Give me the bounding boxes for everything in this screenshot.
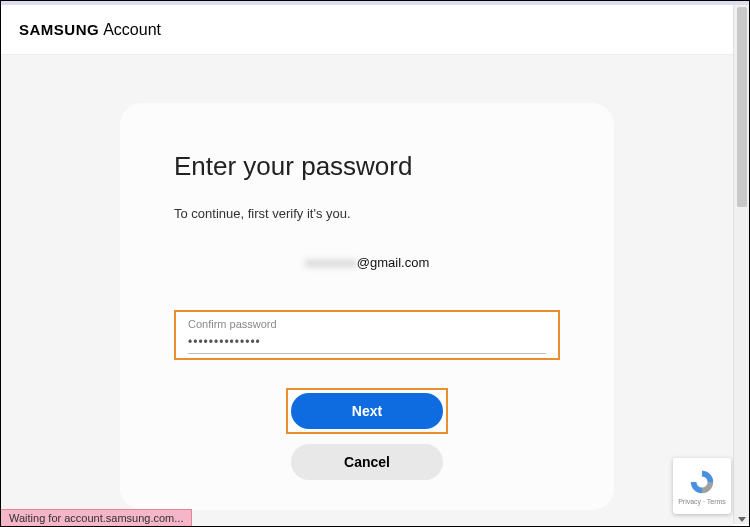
browser-status-bar: Waiting for account.samsung.com... [1, 509, 192, 526]
password-card: Enter your password To continue, first v… [120, 103, 614, 510]
scrollbar-down-arrow-icon[interactable] [738, 517, 746, 522]
next-button[interactable]: Next [291, 393, 443, 429]
recaptcha-badge[interactable]: Privacy · Terms [673, 458, 731, 514]
email-visible-part: @gmail.com [357, 255, 429, 270]
recaptcha-footer-text: Privacy · Terms [678, 498, 726, 505]
page-background: Enter your password To continue, first v… [1, 55, 733, 526]
scrollbar-thumb[interactable] [737, 7, 747, 207]
password-input[interactable] [188, 333, 546, 354]
user-email: xxxxxxxx@gmail.com [174, 255, 560, 270]
page-title: Enter your password [174, 151, 560, 182]
next-button-highlight-box: Next [286, 388, 448, 434]
brand-logo: SAMSUNG [19, 21, 99, 38]
recaptcha-icon [688, 468, 716, 496]
product-name: Account [103, 21, 161, 39]
password-field-highlight-box: Confirm password [174, 310, 560, 360]
vertical-scrollbar[interactable] [733, 5, 749, 524]
password-label: Confirm password [188, 318, 546, 330]
header: SAMSUNG Account [1, 5, 733, 55]
content-area: SAMSUNG Account Enter your password To c… [1, 5, 733, 526]
page-subtitle: To continue, first verify it's you. [174, 206, 560, 221]
email-hidden-part: xxxxxxxx [305, 255, 357, 270]
button-row: Next Cancel [174, 388, 560, 480]
cancel-button[interactable]: Cancel [291, 444, 443, 480]
